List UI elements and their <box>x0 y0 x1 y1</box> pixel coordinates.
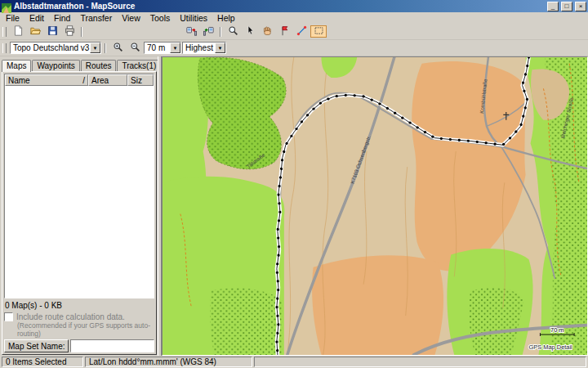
select-arrow-button[interactable] <box>242 25 258 38</box>
map-scale-value: 70 m <box>145 43 170 52</box>
map-select-tool-icon <box>314 25 324 38</box>
menu-help[interactable]: Help <box>212 13 240 23</box>
maps-list[interactable] <box>5 86 154 298</box>
chevron-down-icon[interactable]: ▼ <box>170 43 180 53</box>
menu-edit[interactable]: Edit <box>24 13 49 23</box>
waypoint-tool-button[interactable] <box>276 25 292 38</box>
menu-find[interactable]: Find <box>49 13 75 23</box>
minimize-button[interactable]: _ <box>547 2 559 11</box>
map-product-value: Topo Deutschland v3 <box>11 43 90 52</box>
chevron-down-icon[interactable]: ▼ <box>215 43 225 53</box>
toolbar-grip[interactable] <box>2 43 7 53</box>
receive-from-device-button[interactable] <box>200 25 216 38</box>
column-header-area[interactable]: Area <box>88 74 127 86</box>
print-icon <box>65 25 75 38</box>
menu-file[interactable]: File <box>1 13 24 23</box>
toolbar-separator <box>81 27 82 37</box>
window-title: Albstadtmarathon - MapSource <box>14 2 545 11</box>
zoom-out-button[interactable] <box>127 42 143 54</box>
map-view: K7103 Ochsenbergstr. Kornbühlstraße Melc… <box>162 56 588 356</box>
zoom-in-icon <box>113 42 123 55</box>
print-button[interactable] <box>61 25 78 38</box>
gps-map-detail-label: GPS Map Detail <box>529 343 573 351</box>
route-data-checkbox[interactable] <box>4 312 13 321</box>
menu-utilities[interactable]: Utilities <box>175 13 212 23</box>
data-panel: Maps Waypoints Routes Tracks(1) Name / A… <box>0 56 158 356</box>
map-select-tool-button[interactable] <box>310 25 327 38</box>
open-button[interactable] <box>27 25 43 38</box>
column-header-size[interactable]: Siz <box>127 74 154 86</box>
app-icon <box>2 2 11 11</box>
sort-indicator-icon: / <box>82 76 85 85</box>
new-map-button[interactable] <box>10 25 26 38</box>
waypoint-tool-icon <box>279 25 290 38</box>
column-name-label: Name <box>8 76 30 85</box>
tab-waypoints[interactable]: Waypoints <box>32 60 79 71</box>
map-product-select[interactable]: Topo Deutschland v3 ▼ <box>10 42 101 54</box>
route-tool-button[interactable] <box>293 25 310 38</box>
close-button[interactable]: × <box>575 2 586 11</box>
main-area: Maps Waypoints Routes Tracks(1) Name / A… <box>0 56 588 356</box>
mapset-row: Map Set Name: <box>4 338 154 352</box>
zoom-tool-icon <box>228 25 238 38</box>
map-detail-select[interactable]: Highest ▼ <box>182 42 226 54</box>
menu-tools[interactable]: Tools <box>145 13 176 23</box>
status-bar: 0 Items Selected Lat/Lon hddd°mm.mmm' (W… <box>0 356 588 368</box>
new-map-icon <box>13 25 24 38</box>
select-arrow-icon <box>245 25 256 38</box>
status-selection: 0 Items Selected <box>2 357 83 367</box>
send-to-device-button[interactable] <box>183 25 199 38</box>
mapset-name-button[interactable]: Map Set Name: <box>4 339 69 352</box>
map-scale-select[interactable]: 70 m ▼ <box>144 42 181 54</box>
tab-tracks[interactable]: Tracks(1) <box>117 60 161 71</box>
toolbar-grip[interactable] <box>2 27 7 37</box>
maps-summary: 0 Map(s) - 0 KB <box>4 298 154 311</box>
status-coordinates: Lat/Lon hddd°mm.mmm' (WGS 84) <box>85 357 252 367</box>
toolbar-separator <box>105 43 106 53</box>
tab-routes[interactable]: Routes <box>81 60 117 71</box>
zoom-out-icon <box>130 42 140 55</box>
save-icon <box>47 25 58 38</box>
map-canvas[interactable]: K7103 Ochsenbergstr. Kornbühlstraße Melc… <box>163 57 587 355</box>
tab-maps[interactable]: Maps <box>2 60 31 72</box>
open-icon <box>30 25 41 38</box>
mapsource-window: Albstadtmarathon - MapSource _ □ × File … <box>0 0 588 368</box>
maximize-button[interactable]: □ <box>561 2 572 11</box>
maps-list-header: Name / Area Siz <box>5 74 154 86</box>
menu-view[interactable]: View <box>117 13 145 23</box>
zoom-in-button[interactable] <box>109 42 126 54</box>
chevron-down-icon[interactable]: ▼ <box>90 43 100 53</box>
mapset-name-input[interactable] <box>70 339 154 352</box>
maps-list-container: Name / Area Siz <box>4 74 154 298</box>
pan-hand-icon <box>262 25 273 38</box>
toolbar-separator <box>220 27 221 37</box>
menu-bar: File Edit Find Transfer View Tools Utili… <box>0 12 588 24</box>
status-filler <box>254 357 586 367</box>
map-detail-value: Highest <box>183 43 215 52</box>
menu-transfer[interactable]: Transfer <box>75 13 117 23</box>
panel-tabs: Maps Waypoints Routes Tracks(1) <box>2 58 157 71</box>
title-bar: Albstadtmarathon - MapSource _ □ × <box>0 0 588 12</box>
maps-tab-body: Name / Area Siz 0 Map(s) - 0 KB Include … <box>2 71 157 355</box>
column-header-name[interactable]: Name / <box>5 74 88 86</box>
scale-label: 70 m <box>550 326 564 334</box>
toolbar-standard <box>0 24 588 40</box>
toolbar-map-options: Topo Deutschland v3 ▼ 70 m ▼ Highest ▼ <box>0 40 588 56</box>
receive-from-device-icon <box>203 25 214 38</box>
route-tool-icon <box>296 25 307 38</box>
zoom-tool-button[interactable] <box>225 25 241 38</box>
save-button[interactable] <box>44 25 60 38</box>
route-data-checkbox-row: Include route calculation data. <box>4 311 154 321</box>
route-data-checkbox-note: (Recommended if your GPS supports auto-r… <box>4 321 154 338</box>
route-data-checkbox-label: Include route calculation data. <box>16 312 125 321</box>
send-to-device-icon <box>186 25 197 38</box>
pan-hand-button[interactable] <box>259 25 275 38</box>
